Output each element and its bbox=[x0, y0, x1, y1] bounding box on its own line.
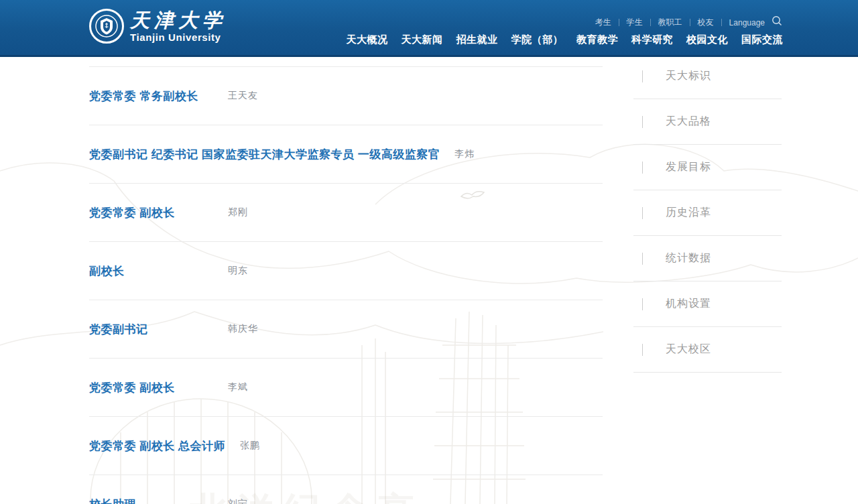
tick-icon bbox=[642, 116, 643, 128]
nav-item-research[interactable]: 科学研究 bbox=[631, 34, 673, 46]
utility-link-student[interactable]: 学生 bbox=[627, 17, 643, 28]
leader-row: 校长助理 刘宁 bbox=[89, 475, 603, 504]
utility-separator bbox=[721, 19, 722, 26]
brand-text: 天津大学 Tianjin University bbox=[130, 9, 227, 44]
leader-name: 明东 bbox=[228, 265, 248, 277]
utility-nav: 考生 学生 教职工 校友 Language bbox=[595, 17, 765, 28]
nav-item-education[interactable]: 教育教学 bbox=[576, 34, 618, 46]
leader-title: 党委副书记 bbox=[89, 322, 213, 337]
sidebar-item-label: 天大品格 bbox=[666, 115, 711, 129]
leader-title: 校长助理 bbox=[89, 497, 213, 504]
sidebar-item-identity[interactable]: 天大标识 bbox=[633, 54, 782, 99]
list-top-divider bbox=[89, 57, 603, 67]
university-seal-icon bbox=[89, 9, 124, 44]
nav-item-international[interactable]: 国际交流 bbox=[741, 34, 783, 46]
site-header: 天津大学 Tianjin University 考生 学生 教职工 校友 Lan… bbox=[0, 0, 858, 57]
sidebar-item-organization[interactable]: 机构设置 bbox=[633, 281, 782, 327]
sidebar-item-character[interactable]: 天大品格 bbox=[633, 99, 782, 145]
utility-link-alumni[interactable]: 校友 bbox=[698, 17, 714, 28]
leader-row: 党委副书记 韩庆华 bbox=[89, 300, 603, 359]
leader-row: 党委常委 副校长 总会计师 张鹏 bbox=[89, 417, 603, 475]
sidebar-item-label: 天大标识 bbox=[666, 69, 711, 83]
sidebar-item-label: 统计数据 bbox=[666, 251, 711, 265]
tick-icon bbox=[642, 253, 643, 265]
nav-item-news[interactable]: 天大新闻 bbox=[402, 34, 443, 46]
utility-link-language[interactable]: Language bbox=[729, 18, 765, 27]
leader-title: 副校长 bbox=[89, 263, 213, 279]
tick-icon bbox=[642, 162, 643, 174]
tick-icon bbox=[642, 70, 643, 82]
leader-name: 王天友 bbox=[228, 90, 258, 102]
sidebar-item-label: 机构设置 bbox=[666, 297, 711, 311]
nav-item-overview[interactable]: 天大概况 bbox=[347, 34, 388, 46]
nav-item-admissions[interactable]: 招生就业 bbox=[456, 34, 498, 46]
nav-item-campus-culture[interactable]: 校园文化 bbox=[686, 34, 728, 46]
sidebar-item-history[interactable]: 历史沿革 bbox=[633, 190, 782, 236]
leader-title: 党委常委 副校长 总会计师 bbox=[89, 438, 225, 454]
leader-name: 韩庆华 bbox=[228, 323, 258, 335]
leader-row: 党委常委 副校长 李斌 bbox=[89, 359, 603, 417]
tick-icon bbox=[642, 298, 643, 310]
utility-link-staff[interactable]: 教职工 bbox=[658, 17, 682, 28]
brand-name-zh: 天津大学 bbox=[130, 9, 227, 32]
search-icon[interactable] bbox=[771, 15, 783, 27]
tick-icon bbox=[642, 344, 643, 356]
tick-icon bbox=[642, 207, 643, 219]
brand-name-en: Tianjin University bbox=[130, 32, 227, 44]
leaders-list: 党委常委 常务副校长 王天友 党委副书记 纪委书记 国家监委驻天津大学监察专员 … bbox=[89, 57, 603, 504]
leader-name: 刘宁 bbox=[228, 498, 248, 504]
leader-title: 党委副书记 纪委书记 国家监委驻天津大学监察专员 一级高级监察官 bbox=[89, 147, 440, 162]
leader-name: 李斌 bbox=[228, 381, 248, 393]
leader-name: 李炜 bbox=[454, 148, 475, 160]
sidebar-item-label: 天大校区 bbox=[666, 342, 711, 357]
sidebar-item-goals[interactable]: 发展目标 bbox=[633, 145, 782, 190]
utility-separator bbox=[650, 19, 651, 26]
leader-row: 党委常委 常务副校长 王天友 bbox=[89, 67, 603, 125]
leader-row: 副校长 明东 bbox=[89, 242, 603, 300]
section-sidebar: 天大标识 天大品格 发展目标 历史沿革 统计数据 机构设置 天大校区 bbox=[633, 54, 782, 373]
leader-title: 党委常委 常务副校长 bbox=[89, 88, 213, 104]
utility-link-examinee[interactable]: 考生 bbox=[595, 17, 611, 28]
sidebar-item-label: 发展目标 bbox=[666, 160, 711, 174]
main-nav: 天大概况 天大新闻 招生就业 学院（部） 教育教学 科学研究 校园文化 国际交流 bbox=[347, 34, 784, 46]
leader-row: 党委常委 副校长 郑刚 bbox=[89, 184, 603, 242]
utility-separator bbox=[619, 19, 619, 26]
university-logo[interactable]: 天津大学 Tianjin University bbox=[89, 9, 227, 44]
leader-name: 郑刚 bbox=[228, 206, 248, 218]
leader-row: 党委副书记 纪委书记 国家监委驻天津大学监察专员 一级高级监察官 李炜 bbox=[89, 125, 603, 184]
sidebar-item-campuses[interactable]: 天大校区 bbox=[633, 327, 782, 373]
sidebar-item-label: 历史沿革 bbox=[666, 206, 711, 220]
nav-item-schools[interactable]: 学院（部） bbox=[511, 34, 564, 46]
leader-title: 党委常委 副校长 bbox=[89, 205, 213, 220]
leader-title: 党委常委 副校长 bbox=[89, 380, 213, 395]
utility-separator bbox=[690, 19, 690, 26]
leader-name: 张鹏 bbox=[240, 440, 260, 452]
sidebar-item-statistics[interactable]: 统计数据 bbox=[633, 236, 782, 281]
